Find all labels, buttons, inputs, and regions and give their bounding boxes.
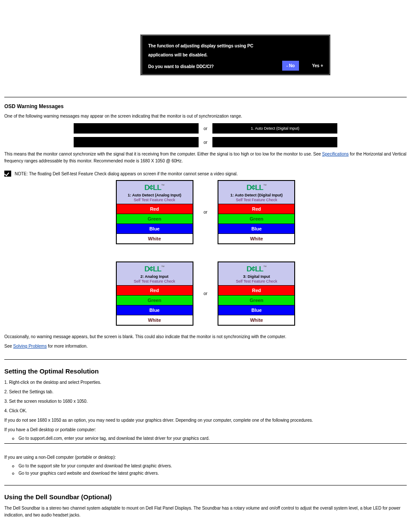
step-2: 2. Select the Settings tab. [4, 389, 407, 395]
bullet-support-dell: Go to support.dell.com, enter your servi… [12, 436, 407, 441]
msg-box-1-right: 1. Auto Detect (Digital Input) [212, 123, 337, 134]
dell-logo: D¢LL [246, 184, 263, 192]
bullet-icon [12, 473, 14, 475]
stfc-box-auto-analog: D¢LL™ 1: Auto Detect (Analog Input) Self… [116, 180, 193, 244]
note-text: NOTE: The floating Dell Self-test Featur… [15, 171, 238, 176]
bullet-support-site: Go to the support site for your computer… [12, 464, 407, 468]
occasional-para: Occasionally, no warning message appears… [4, 333, 407, 340]
step-1: 1. Right-click on the desktop and select… [4, 379, 407, 386]
see-solving: See Solving Problems for more informatio… [4, 343, 407, 350]
yes-button[interactable]: Yes + [312, 62, 323, 70]
or-separator: or [204, 140, 208, 145]
stfc-box-auto-digital: D¢LL™ 1: Auto Detect (Digital Input) Sel… [218, 180, 295, 244]
soundbar-para: The Dell Soundbar is a stereo two channe… [4, 505, 407, 519]
color-bar-green: Green [117, 214, 193, 224]
specifications-link[interactable]: Specifications [322, 152, 349, 156]
msg-box-1-left [74, 123, 199, 134]
bullet-icon [12, 438, 14, 440]
warning-heading: OSD Warning Messages [4, 103, 407, 109]
stfc-box-analog: D¢LL™ 2: Analog Input Self Test Feature … [116, 261, 193, 326]
note-icon [4, 171, 11, 177]
or-separator: or [204, 210, 208, 215]
dialog-question: Do you want to disable DDC/CI? [148, 62, 282, 71]
bullet-graphics-site: Go to your graphics card website and dow… [12, 471, 407, 476]
or-separator: or [204, 126, 208, 131]
solving-problems-link[interactable]: Solving Problems [13, 344, 47, 348]
msg-box-2-right [212, 137, 337, 147]
step-4: 4. Click OK. [4, 408, 407, 414]
dialog-line2: applications will be disabled. [148, 51, 323, 59]
bullet-icon [12, 465, 14, 467]
color-bar-red: Red [117, 204, 193, 214]
optimal-resolution-heading: Setting the Optimal Resolution [4, 367, 407, 375]
sync-paragraph: This means that the monitor cannot synch… [4, 151, 407, 165]
ddc-ci-dialog: The function of adjusting display settin… [141, 34, 330, 75]
dell-logo: D¢LL [246, 265, 263, 274]
step-3: 3. Set the screen resolution to 1680 x 1… [4, 398, 407, 405]
dell-logo: D¢LL [144, 184, 161, 192]
warning-intro: One of the following warning messages ma… [4, 113, 407, 120]
or-separator: or [204, 291, 208, 296]
color-bar-white: White [117, 233, 193, 243]
color-bar-blue: Blue [117, 224, 193, 233]
soundbar-heading: Using the Dell Soundbar (Optional) [4, 493, 407, 501]
nondell-computer-line: If you are using a non-Dell computer (po… [4, 454, 407, 461]
dell-logo: D¢LL [144, 265, 161, 274]
dialog-line1: The function of adjusting display settin… [148, 42, 323, 50]
dell-computer-line: If you have a Dell desktop or portable c… [4, 426, 407, 433]
msg-box-2-left [74, 137, 199, 147]
stfc-box-digital: D¢LL™ 3: Digital Input Self Test Feature… [218, 261, 295, 326]
no-button[interactable]: - No [282, 61, 299, 71]
no-option-para: If you do not see 1680 x 1050 as an opti… [4, 417, 407, 424]
